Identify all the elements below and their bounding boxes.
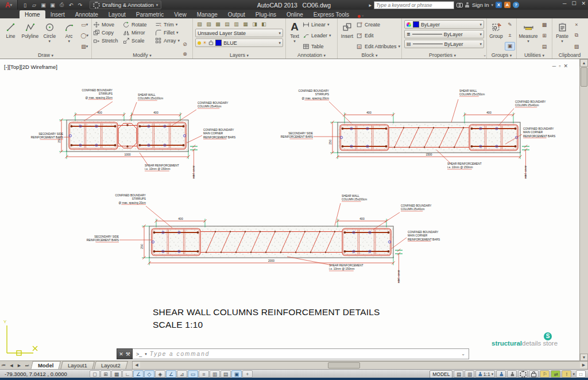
- ribbon-tab-layout[interactable]: Layout: [103, 10, 131, 18]
- circle-button[interactable]: Circle▾: [40, 20, 59, 52]
- layer-properties-icon[interactable]: ▧: [195, 20, 204, 28]
- search-input[interactable]: [374, 1, 454, 9]
- panel-title-groups[interactable]: Groups ▾: [487, 52, 516, 59]
- command-line[interactable]: ✕ ⚒ >_ ▾ Type a command ⌄: [117, 348, 469, 359]
- panel-title-utilities[interactable]: Utilities ▾: [517, 52, 552, 59]
- tab-options-caret-icon[interactable]: ▾: [362, 14, 364, 18]
- record-icon[interactable]: [358, 15, 361, 18]
- 3d-object-snap-toggle[interactable]: ◈: [155, 370, 165, 378]
- application-menu-button[interactable]: A▾: [0, 0, 18, 10]
- search-icon[interactable]: [457, 3, 463, 7]
- horizontal-scroll-thumb[interactable]: [328, 362, 360, 369]
- copy-clip-icon[interactable]: ⧉: [572, 32, 581, 39]
- sign-in-button[interactable]: Sign In: [472, 2, 489, 8]
- measure-button[interactable]: Measure▾: [518, 20, 539, 52]
- layer-on-bulb-icon[interactable]: [198, 41, 201, 45]
- command-wrench-icon[interactable]: ⚒: [126, 351, 130, 357]
- snap-mode-toggle[interactable]: ⊞: [100, 370, 111, 378]
- ungroup-icon[interactable]: ±: [505, 32, 514, 39]
- create-block-button[interactable]: Create: [356, 21, 400, 29]
- exchange-apps-icon[interactable]: X: [496, 2, 502, 8]
- command-expand-icon[interactable]: ⌄: [461, 351, 465, 356]
- autodesk360-icon[interactable]: A: [504, 2, 510, 8]
- tab-model[interactable]: Model: [31, 361, 61, 370]
- plugin-tray-icon[interactable]: ⇄: [551, 370, 560, 378]
- trim-caret-icon[interactable]: ▾: [176, 22, 178, 27]
- paste-button[interactable]: Paste▾: [554, 20, 571, 52]
- tab-layout2[interactable]: Layout2: [94, 361, 128, 370]
- tab-nav-next-icon[interactable]: ▶: [16, 363, 24, 368]
- annotation-autoscale-icon[interactable]: [507, 370, 517, 378]
- tab-layout1[interactable]: Layout1: [60, 361, 95, 370]
- command-line-grip[interactable]: ✕ ⚒: [117, 348, 133, 359]
- tab-nav-first-icon[interactable]: ⏮: [0, 363, 8, 368]
- command-input[interactable]: >_ ▾ Type a command ⌄: [133, 348, 469, 359]
- toolbar-lock-icon[interactable]: [529, 370, 539, 378]
- edit-attributes-button[interactable]: Edit Attributes▾: [356, 42, 400, 51]
- arc-button[interactable]: Arc▾: [60, 20, 79, 52]
- object-snap-tracking-toggle[interactable]: ∠: [166, 370, 176, 378]
- sign-in-caret-icon[interactable]: ▾: [491, 3, 493, 7]
- edit-block-button[interactable]: Edit: [356, 32, 400, 40]
- panel-title-layers[interactable]: Layers ▾: [193, 52, 285, 59]
- plot-icon[interactable]: ⎙: [58, 2, 65, 8]
- ribbon-tab-parametric[interactable]: Parametric: [131, 10, 169, 18]
- maximize-button[interactable]: ☐: [571, 1, 576, 6]
- ribbon-tab-manage[interactable]: Manage: [192, 10, 223, 18]
- properties-dialog-launcher-icon[interactable]: ⌄: [483, 52, 486, 59]
- panel-title-block[interactable]: Block ▾: [338, 52, 401, 59]
- linear-dimension-button[interactable]: Linear▾: [303, 21, 331, 29]
- ribbon-tab-output[interactable]: Output: [223, 10, 250, 18]
- drawing-canvas[interactable]: Y 4004001000250CONFINED BOUNDARYSTIRRUPS…: [0, 59, 588, 360]
- status-tray-icon[interactable]: ⚐: [540, 370, 550, 378]
- clean-screen-button[interactable]: □: [576, 370, 586, 378]
- fillet-caret-icon[interactable]: ▾: [176, 30, 179, 35]
- ribbon-tab-plug-ins[interactable]: Plug-ins: [250, 10, 281, 18]
- hatch-icon[interactable]: ▨▾: [80, 42, 89, 50]
- explode-icon[interactable]: ⊗: [180, 50, 189, 57]
- undo-icon[interactable]: ↶: [67, 2, 75, 8]
- panel-title-annotation[interactable]: Annotation ▾: [286, 52, 337, 59]
- dynamic-input-toggle[interactable]: ▭: [188, 370, 198, 378]
- shear-wall-column-25x200-detail[interactable]: 4004002000250CONFINED BOUNDARYSTIRRUPS@ …: [87, 194, 440, 283]
- command-close-icon[interactable]: ✕: [119, 351, 123, 357]
- tray-settings-caret-icon[interactable]: ▾: [572, 372, 575, 377]
- model-space-button[interactable]: MODEL: [430, 370, 452, 378]
- annotation-scale-button[interactable]: 1:1▾: [475, 370, 495, 378]
- infer-constraints-toggle[interactable]: ◻: [90, 370, 100, 378]
- ribbon-tab-home[interactable]: Home: [20, 10, 45, 18]
- ribbon-tab-annotate[interactable]: Annotate: [70, 10, 103, 18]
- trim-button[interactable]: Trim▾: [155, 21, 181, 29]
- ribbon-tab-online[interactable]: Online: [281, 10, 308, 18]
- open-file-icon[interactable]: ▱: [30, 2, 38, 8]
- ribbon-tab-express-tools[interactable]: Express Tools: [308, 10, 354, 18]
- panel-title-draw[interactable]: Draw ▾: [0, 52, 91, 59]
- doc-minimize-icon[interactable]: ─: [552, 63, 559, 69]
- linear-caret-icon[interactable]: ▾: [327, 22, 330, 27]
- infocenter-collapse-icon[interactable]: ▸: [369, 2, 372, 8]
- copy-button[interactable]: Copy: [93, 29, 123, 37]
- layer-current-icon[interactable]: ◨: [250, 20, 259, 28]
- tab-nav-prev-icon[interactable]: ◀: [8, 363, 16, 368]
- rotate-button[interactable]: Rotate: [123, 21, 155, 29]
- vertical-scrollbar[interactable]: ▲ ▼: [579, 59, 588, 361]
- redo-icon[interactable]: ↷: [76, 2, 84, 8]
- scroll-up-icon[interactable]: ▲: [580, 59, 588, 67]
- arc-caret-icon[interactable]: ▾: [68, 39, 70, 44]
- transparency-toggle[interactable]: ▥: [210, 370, 220, 378]
- ellipse-icon[interactable]: ◯▾: [80, 32, 89, 39]
- table-button[interactable]: Table: [303, 42, 331, 51]
- viewport-controls[interactable]: [-][Top][2D Wireframe]: [4, 64, 57, 70]
- quick-properties-toggle[interactable]: ▤: [220, 370, 231, 378]
- stretch-button[interactable]: Stretch: [93, 37, 123, 45]
- command-history-caret-icon[interactable]: ▾: [145, 352, 147, 356]
- save-as-icon[interactable]: ▣: [49, 2, 56, 8]
- grid-display-toggle[interactable]: ▦: [111, 370, 122, 378]
- lineweight-toggle[interactable]: ≡: [199, 370, 209, 378]
- cut-icon[interactable]: ×: [572, 21, 581, 29]
- horizontal-scrollbar[interactable]: ◀ ▶: [132, 361, 588, 370]
- quick-calc-icon[interactable]: ⊞: [540, 32, 549, 39]
- text-button[interactable]: A Text▾: [287, 20, 302, 52]
- layer-unisolate-icon[interactable]: ▤: [223, 20, 231, 28]
- id-point-icon[interactable]: ▤: [540, 42, 549, 50]
